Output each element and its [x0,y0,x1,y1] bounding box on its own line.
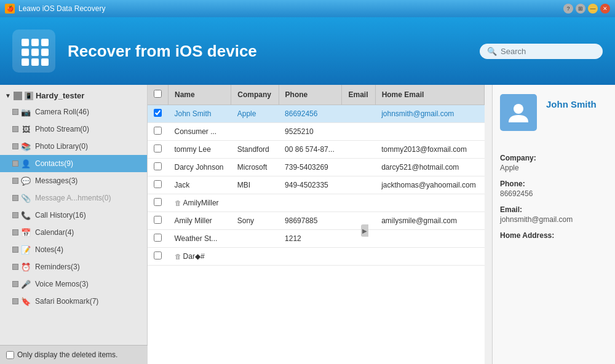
row-checkbox[interactable] [154,180,162,188]
header-icon [12,30,55,73]
row-checkbox-cell[interactable] [148,230,169,248]
row-checkbox[interactable] [154,109,162,117]
search-box[interactable]: 🔍 [480,44,603,59]
row-checkbox[interactable] [154,234,162,242]
row-company-cell: Apple [231,105,279,123]
data-table[interactable]: Name Company Phone Email Home Email John… [148,85,485,364]
row-checkbox-cell[interactable] [148,212,169,230]
device-node: ▼ 📱 Hardy_tester [0,88,147,103]
sidebar-item-photo-stream[interactable]: 🖼 Photo Stream(0) [0,121,147,138]
row-home-email-cell: amilysmile@gmail.com [375,212,484,230]
row-checkbox-cell[interactable] [148,176,169,194]
row-home-email-cell: jackthomas@yahoomail.com [375,176,484,194]
row-checkbox-cell[interactable] [148,248,169,266]
row-phone-cell [279,194,342,212]
sidebar-item-call-history[interactable]: 📞 Call History(16) [0,207,147,224]
row-name-cell: 🗑 AmilyMiller [169,194,231,212]
table-row[interactable]: Darcy Johnson Microsoft 739-5403269 darc… [148,159,485,176]
sidebar-item-contacts[interactable]: 👤 Contacts(9) [0,155,147,172]
sidebar-item-message-attachments[interactable]: 📎 Message A...hments(0) [0,189,147,207]
window-controls: ? ⊞ — ✕ [563,4,610,14]
sidebar-label-call-history: Call History(16) [35,211,86,220]
search-input[interactable] [501,47,595,56]
row-checkbox[interactable] [154,251,162,259]
content-area: Name Company Phone Email Home Email John… [148,85,485,364]
row-name-cell: Darcy Johnson [169,159,231,176]
sidebar-item-calendar[interactable]: 📅 Calendar(4) [0,224,147,241]
content-wrapper: Name Company Phone Email Home Email John… [148,85,615,364]
row-checkbox[interactable] [154,198,162,206]
sidebar-label-camera-roll: Camera Roll(46) [35,108,89,116]
trash-icon: 🗑 [175,199,183,207]
sidebar-items: 📷 Camera Roll(46) 🖼 Photo Stream(0) 📚 Ph… [0,103,147,310]
row-email-cell [342,230,375,248]
sidebar-label-reminders: Reminders(3) [35,263,80,271]
table-row[interactable]: tommy Lee Standford 00 86 574-87... tomm… [148,141,485,159]
table-row[interactable]: Weather St... 1212 [148,230,485,248]
search-icon: 🔍 [487,47,497,56]
sidebar-label-calendar: Calendar(4) [35,228,74,237]
detail-panel: John Smith Company: Apple Phone: 8669245… [492,85,615,364]
header-title: Recover from iOS device [68,42,480,61]
row-phone-cell: 86692456 [279,105,342,123]
restore-button[interactable]: ⊞ [576,4,585,14]
detail-email-label: Email: [500,205,608,214]
row-home-email-cell: tommy2013@foxmail.com [375,141,484,159]
sidebar-icon-contacts: 👤 [20,158,31,169]
row-checkbox-cell[interactable] [148,159,169,176]
minimize-button[interactable]: — [588,4,598,14]
sidebar-item-notes[interactable]: 📝 Notes(4) [0,241,147,258]
sidebar: ▼ 📱 Hardy_tester 📷 Camera Roll(46) 🖼 Pho… [0,85,148,364]
row-email-cell [342,212,375,230]
sidebar-item-camera-roll[interactable]: 📷 Camera Roll(46) [0,103,147,121]
help-button[interactable]: ? [563,4,573,14]
detail-avatar [500,94,537,131]
table-row[interactable]: 🗑 Dar◆# [148,248,485,266]
row-company-cell: Microsoft [231,159,279,176]
table-row[interactable]: 🗑 AmilyMiller [148,194,485,212]
svg-rect-6 [22,58,29,66]
row-checkbox[interactable] [154,216,162,224]
row-email-cell [342,105,375,123]
show-deleted-checkbox[interactable] [6,351,14,359]
device-name: Hardy_tester [36,91,85,100]
table-row[interactable]: John Smith Apple 86692456 johnsmith@gmai… [148,105,485,123]
row-phone-cell: 1212 [279,230,342,248]
table-row[interactable]: Jack MBI 949-4502335 jackthomas@yahoomai… [148,176,485,194]
row-email-cell [342,159,375,176]
sidebar-item-messages[interactable]: 💬 Messages(3) [0,172,147,189]
sidebar-item-reminders[interactable]: ⏰ Reminders(3) [0,258,147,275]
table-body: John Smith Apple 86692456 johnsmith@gmai… [148,105,485,266]
row-checkbox-cell[interactable] [148,123,169,141]
close-button[interactable]: ✕ [600,4,610,14]
row-checkbox[interactable] [154,144,162,152]
row-checkbox-cell[interactable] [148,141,169,159]
row-checkbox[interactable] [154,127,162,135]
row-name-cell: Amily Miller [169,212,231,230]
show-deleted-label[interactable]: Only display the deleted items. [6,350,141,359]
row-company-cell [231,230,279,248]
sidebar-item-safari-bookmark[interactable]: 🔖 Safari Bookmark(7) [0,293,147,310]
row-company-cell [231,123,279,141]
collapse-arrow[interactable]: ▶ [361,224,368,237]
row-checkbox-cell[interactable] [148,105,169,123]
sidebar-icon-messages: 💬 [20,175,31,186]
svg-rect-1 [31,39,39,46]
table-row[interactable]: Amily Miller Sony 98697885 amilysmile@gm… [148,212,485,230]
table-row[interactable]: Consumer ... 9525210 [148,123,485,141]
row-company-cell: Sony [231,212,279,230]
sidebar-icon-call-history: 📞 [20,210,31,221]
row-checkbox-cell[interactable] [148,194,169,212]
sidebar-icon-notes: 📝 [20,244,31,255]
app-icon: 🍎 [5,4,15,14]
row-phone-cell: 00 86 574-87... [279,141,342,159]
row-phone-cell: 9525210 [279,123,342,141]
sidebar-item-voice-memos[interactable]: 🎤 Voice Memos(3) [0,275,147,293]
svg-rect-3 [22,49,29,56]
sidebar-item-photo-library[interactable]: 📚 Photo Library(0) [0,138,147,155]
svg-rect-8 [41,58,49,66]
row-checkbox[interactable] [154,162,162,170]
detail-company-value: Apple [500,164,608,172]
select-all-checkbox[interactable] [154,90,162,98]
sidebar-icon-calendar: 📅 [20,227,31,238]
